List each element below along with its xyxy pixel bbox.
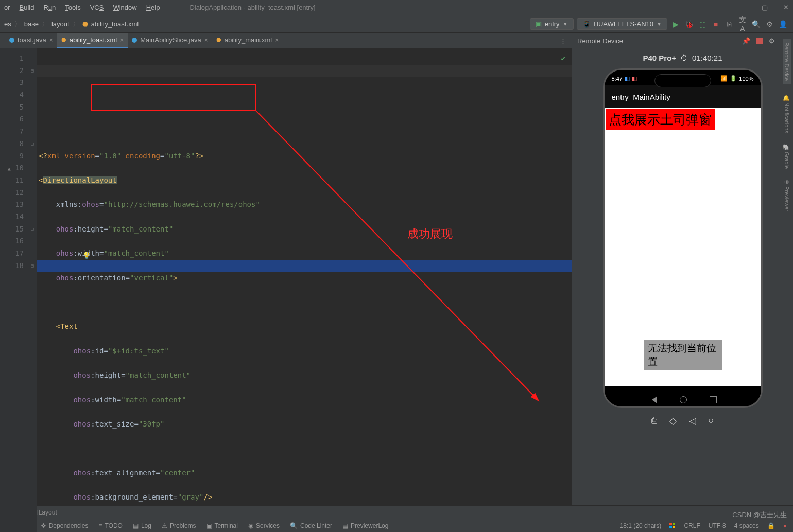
indent[interactable]: 4 spaces: [734, 522, 759, 529]
close-icon[interactable]: ✕: [783, 4, 789, 11]
wifi-icon: 📶: [720, 75, 728, 82]
menu-vcs[interactable]: VCS: [90, 4, 104, 11]
device-selector[interactable]: 📱HUAWEI ELS-AN10▼: [577, 18, 667, 30]
crumb-es[interactable]: es: [4, 20, 11, 28]
stop-icon[interactable]: ■: [711, 20, 721, 28]
line-gutter: 123456789▲ 101112131415161718: [0, 48, 28, 532]
encoding[interactable]: UTF-8: [709, 522, 726, 529]
annotation-box: [91, 84, 256, 111]
home-icon[interactable]: [680, 396, 687, 403]
screenshot-icon[interactable]: ⎙: [651, 415, 657, 427]
toolbar: es〉 base〉 layout〉 ⬣ ability_toast.xml ▣e…: [0, 15, 793, 33]
close-icon[interactable]: ×: [204, 37, 208, 44]
rail-remote-device[interactable]: Remote Device: [783, 39, 791, 84]
rail-notifications[interactable]: 🔔 Notifications: [784, 94, 790, 133]
menu-tools[interactable]: Tools: [65, 4, 80, 11]
preview-pane: Remote Device 📌 ⚙ — P40 Pro+ ⏱ 01:40:21 …: [572, 33, 793, 505]
cursor-position[interactable]: 18:1 (20 chars): [620, 522, 662, 529]
xml-icon: ⬣: [61, 37, 66, 43]
java-icon: [132, 38, 137, 43]
menubar: or Build Run Tools VCS Window Help Dialo…: [0, 0, 793, 15]
toast-trigger-button[interactable]: 点我展示土司弹窗: [606, 109, 715, 130]
tab-toast-java[interactable]: toast.java×: [5, 33, 57, 48]
module-selector[interactable]: ▣entry▼: [530, 18, 574, 30]
inspection-ok-icon[interactable]: ✔: [561, 52, 565, 65]
xml-file-icon: ⬣: [82, 20, 88, 28]
settings-icon[interactable]: ⚙: [764, 20, 774, 28]
device-label: P40 Pro+ ⏱ 01:40:21: [643, 54, 722, 62]
editor-tabs: toast.java× ⬣ability_toast.xml× MainAbil…: [0, 33, 572, 48]
recent-icon[interactable]: [710, 396, 717, 403]
tab-overflow-icon[interactable]: ⋮: [555, 34, 572, 48]
run-icon[interactable]: ▶: [670, 20, 681, 28]
fold-gutter: ⊟ ⊟ ⊟ ⊟: [28, 48, 37, 532]
app-titlebar: entry_MainAbility: [605, 85, 761, 108]
tab-ability-main[interactable]: ⬣ability_main.xml×: [212, 33, 283, 48]
coverage-icon[interactable]: ⬚: [697, 20, 708, 28]
device-controls: ⎙ ◇ ◁ ○: [651, 415, 714, 427]
rail-gradle[interactable]: 🐘 Gradle: [784, 144, 790, 169]
preview-title: Remote Device: [577, 37, 623, 45]
toast-message: 无法找到当前位置: [644, 340, 722, 370]
search-icon[interactable]: 🔍: [751, 20, 761, 28]
crumb-layout[interactable]: layout: [51, 20, 70, 28]
tab-ability-toast[interactable]: ⬣ability_toast.xml×: [57, 33, 128, 48]
menu-help[interactable]: Help: [146, 4, 160, 11]
java-icon: [9, 38, 14, 43]
maximize-icon[interactable]: ▢: [762, 4, 768, 11]
error-indicator-icon[interactable]: ●: [783, 522, 787, 529]
close-icon[interactable]: ×: [275, 37, 279, 44]
stop-button[interactable]: [756, 38, 763, 44]
translate-icon[interactable]: 文A: [737, 15, 748, 33]
phone-notch: [654, 74, 711, 87]
breadcrumb: es〉 base〉 layout〉 ⬣ ability_toast.xml: [0, 20, 139, 29]
code-editor[interactable]: 123456789▲ 101112131415161718 ⊟ ⊟ ⊟ ⊟ ✔ …: [0, 48, 572, 532]
back-ctrl-icon[interactable]: ◁: [689, 415, 696, 427]
menu-build[interactable]: Build: [20, 4, 35, 11]
line-ending[interactable]: CRLF: [684, 522, 700, 529]
annotation-label: 成功展现: [407, 228, 453, 240]
gear-icon[interactable]: ⚙: [769, 37, 775, 45]
back-icon[interactable]: [648, 396, 657, 403]
right-tool-rail: Remote Device 🔔 Notifications 🐘 Gradle 👁…: [781, 33, 793, 211]
phone-navbar: [605, 396, 761, 403]
xml-icon: ⬣: [216, 37, 221, 43]
menu-or[interactable]: or: [4, 4, 10, 11]
crumb-base[interactable]: base: [24, 20, 39, 28]
debug-icon[interactable]: 🐞: [684, 20, 694, 28]
window-title: DialogApplication - ability_toast.xml [e…: [189, 4, 315, 11]
menu-window[interactable]: Window: [113, 4, 136, 11]
home-ctrl-icon[interactable]: ○: [709, 415, 714, 427]
tab-mainability[interactable]: MainAbilitySlice.java×: [128, 33, 212, 48]
device-frame: 8:47◧◧ 📶🔋100% entry_MainAbility 点我展示土司弹窗…: [603, 68, 763, 408]
rail-previewer[interactable]: 👁 Previewer: [784, 179, 790, 211]
rotate-icon[interactable]: ◇: [669, 415, 677, 427]
git-icon[interactable]: ⎘: [724, 20, 734, 28]
watermark: CSDN @吉士先生: [732, 510, 787, 520]
close-icon[interactable]: ×: [49, 37, 53, 44]
editor-pane: toast.java× ⬣ability_toast.xml× MainAbil…: [0, 33, 572, 505]
close-icon[interactable]: ×: [120, 37, 124, 44]
ms-logo-icon: [669, 523, 676, 529]
battery-icon: 🔋: [730, 75, 737, 82]
minimize-icon[interactable]: —: [739, 4, 746, 11]
menu-run[interactable]: Run: [43, 4, 56, 11]
lock-icon[interactable]: 🔒: [767, 522, 775, 529]
pin-icon[interactable]: 📌: [742, 37, 750, 45]
timer-icon: ⏱: [680, 54, 688, 62]
avatar-icon[interactable]: 👤: [778, 20, 788, 28]
crumb-file[interactable]: ability_toast.xml: [91, 20, 139, 28]
app-screen[interactable]: 点我展示土司弹窗 无法找到当前位置: [605, 108, 761, 386]
